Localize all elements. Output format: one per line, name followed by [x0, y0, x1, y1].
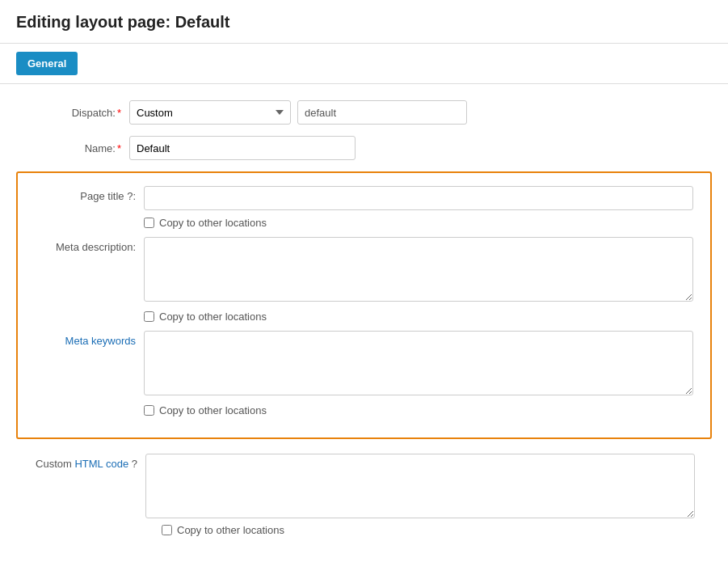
- name-input[interactable]: [129, 136, 356, 160]
- page-title-input-wrap: [144, 186, 697, 210]
- dispatch-row: Dispatch:* Custom: [16, 100, 712, 125]
- page-title-copy-checkbox[interactable]: [144, 218, 154, 228]
- meta-keywords-input-wrap: [144, 331, 697, 398]
- page-title: Editing layout page: Default: [16, 13, 712, 32]
- meta-description-textarea[interactable]: [144, 237, 693, 302]
- meta-keywords-group: Meta keywords Copy to other locations: [31, 331, 697, 416]
- page-title-copy-label: Copy to other locations: [159, 217, 267, 229]
- page-title-input[interactable]: [144, 186, 693, 210]
- meta-keywords-copy-row: Copy to other locations: [144, 401, 697, 416]
- tab-general[interactable]: General: [16, 52, 78, 75]
- orange-section: Page title ?: Copy to other locations Me…: [16, 171, 712, 439]
- page-title-label: Page title ?:: [31, 186, 144, 202]
- page-title-help-icon[interactable]: ?: [127, 190, 133, 202]
- custom-html-textarea[interactable]: [145, 454, 695, 518]
- meta-keywords-textarea[interactable]: [144, 331, 693, 395]
- meta-keywords-copy-checkbox[interactable]: [144, 405, 154, 416]
- custom-html-help-icon[interactable]: ?: [132, 458, 137, 470]
- custom-html-section: Custom HTML code ? Copy to other locatio…: [16, 454, 712, 536]
- custom-html-row: Custom HTML code ?: [32, 454, 696, 521]
- name-label: Name:*: [16, 142, 129, 154]
- custom-html-input-wrap: [145, 454, 696, 521]
- meta-keywords-copy-label: Copy to other locations: [159, 404, 267, 416]
- custom-html-copy-label: Copy to other locations: [177, 524, 284, 536]
- custom-html-copy-checkbox[interactable]: [162, 525, 172, 535]
- meta-keywords-row: Meta keywords: [31, 331, 697, 398]
- meta-description-label: Meta description:: [31, 237, 144, 253]
- page-header: Editing layout page: Default: [0, 0, 728, 44]
- dispatch-select[interactable]: Custom: [129, 100, 291, 125]
- meta-description-input-wrap: [144, 237, 697, 304]
- tab-bar: General: [0, 44, 728, 84]
- name-row: Name:*: [16, 136, 712, 160]
- meta-description-copy-checkbox[interactable]: [144, 311, 154, 322]
- meta-description-copy-label: Copy to other locations: [159, 311, 267, 323]
- meta-description-copy-row: Copy to other locations: [144, 307, 697, 323]
- custom-html-label: Custom HTML code ?: [32, 454, 145, 470]
- custom-html-copy-row: Copy to other locations: [145, 524, 696, 536]
- page-title-group: Page title ?: Copy to other locations: [31, 186, 697, 229]
- page-title-row: Page title ?:: [31, 186, 697, 210]
- meta-description-row: Meta description:: [31, 237, 697, 304]
- dispatch-value-input[interactable]: [297, 100, 467, 125]
- meta-keywords-label: Meta keywords: [31, 331, 144, 347]
- dispatch-label: Dispatch:*: [16, 107, 129, 119]
- page-title-copy-row: Copy to other locations: [144, 213, 697, 229]
- meta-description-group: Meta description: Copy to other location…: [31, 237, 697, 323]
